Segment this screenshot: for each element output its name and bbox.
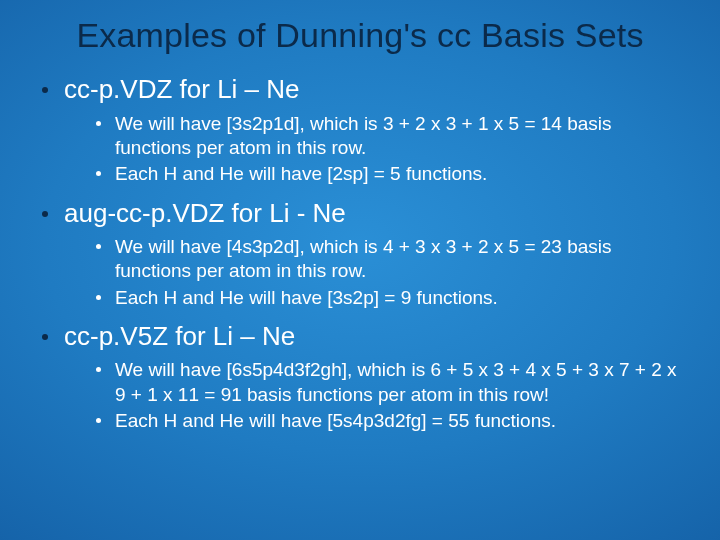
list-item: We will have [4s3p2d], which is 4 + 3 x … (96, 235, 684, 284)
list-item: aug-cc-p.VDZ for Li - Ne We will have [4… (42, 197, 684, 310)
sub-item-text: Each H and He will have [3s2p] = 9 funct… (115, 286, 498, 310)
bullet-icon (42, 211, 48, 217)
sub-item-text: We will have [3s2p1d], which is 3 + 2 x … (115, 112, 684, 161)
list-item: cc-p.VDZ for Li – Ne We will have [3s2p1… (42, 73, 684, 186)
list-item: cc-p.V5Z for Li – Ne We will have [6s5p4… (42, 320, 684, 433)
sub-list: We will have [6s5p4d3f2gh], which is 6 +… (42, 358, 684, 433)
bullet-icon (96, 121, 101, 126)
bullet-icon (96, 418, 101, 423)
list-item: Each H and He will have [2sp] = 5 functi… (96, 162, 684, 186)
bullet-icon (96, 295, 101, 300)
bullet-icon (42, 334, 48, 340)
sub-item-text: Each H and He will have [5s4p3d2fg] = 55… (115, 409, 556, 433)
slide-title: Examples of Dunning's cc Basis Sets (36, 16, 684, 55)
bullet-icon (96, 367, 101, 372)
sub-item-text: We will have [6s5p4d3f2gh], which is 6 +… (115, 358, 684, 407)
list-item: We will have [6s5p4d3f2gh], which is 6 +… (96, 358, 684, 407)
sub-list: We will have [3s2p1d], which is 3 + 2 x … (42, 112, 684, 187)
item-heading: cc-p.VDZ for Li – Ne (64, 73, 300, 106)
sub-list: We will have [4s3p2d], which is 4 + 3 x … (42, 235, 684, 310)
list-item: Each H and He will have [5s4p3d2fg] = 55… (96, 409, 684, 433)
bullet-list: cc-p.VDZ for Li – Ne We will have [3s2p1… (36, 73, 684, 433)
sub-item-text: Each H and He will have [2sp] = 5 functi… (115, 162, 487, 186)
item-heading: aug-cc-p.VDZ for Li - Ne (64, 197, 346, 230)
sub-item-text: We will have [4s3p2d], which is 4 + 3 x … (115, 235, 684, 284)
bullet-icon (96, 171, 101, 176)
list-item: We will have [3s2p1d], which is 3 + 2 x … (96, 112, 684, 161)
list-item: Each H and He will have [3s2p] = 9 funct… (96, 286, 684, 310)
bullet-icon (42, 87, 48, 93)
item-heading: cc-p.V5Z for Li – Ne (64, 320, 295, 353)
bullet-icon (96, 244, 101, 249)
